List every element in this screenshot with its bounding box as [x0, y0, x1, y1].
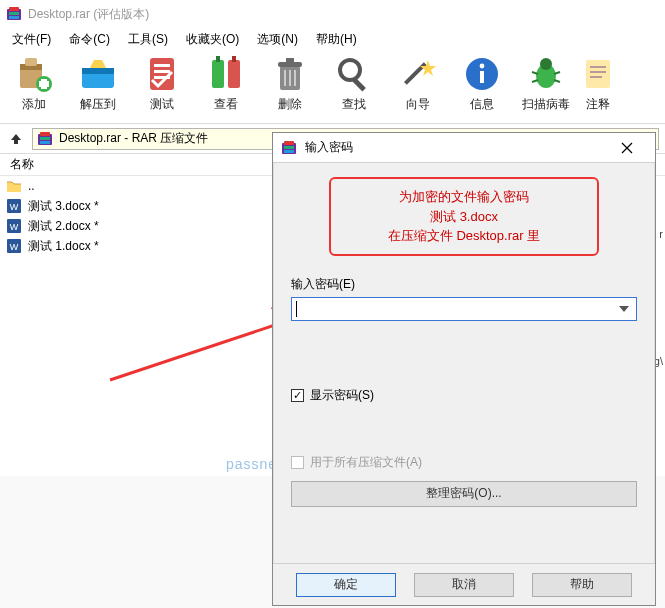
svg-rect-23 — [284, 70, 286, 86]
archive-add-icon — [14, 54, 54, 94]
bug-icon — [526, 54, 566, 94]
menu-commands[interactable]: 命令(C) — [61, 29, 118, 50]
title-bar: Desktop.rar (评估版本) — [0, 0, 665, 28]
docx-icon: W — [6, 198, 22, 214]
password-label: 输入密码(E) — [291, 276, 637, 293]
toolbar-test[interactable]: 测试 — [130, 54, 194, 113]
svg-rect-17 — [228, 60, 240, 88]
svg-rect-27 — [352, 78, 365, 91]
window-title: Desktop.rar (评估版本) — [28, 6, 149, 23]
docx-icon: W — [6, 238, 22, 254]
svg-rect-22 — [286, 58, 294, 63]
svg-rect-46 — [40, 141, 50, 144]
svg-text:W: W — [10, 202, 19, 212]
svg-line-38 — [554, 80, 560, 82]
checkbox-icon — [291, 456, 304, 469]
trash-icon — [270, 54, 310, 94]
svg-text:W: W — [10, 242, 19, 252]
svg-rect-40 — [590, 66, 606, 68]
svg-rect-18 — [216, 56, 220, 62]
svg-line-37 — [532, 80, 538, 82]
text-cursor-icon — [296, 301, 297, 317]
svg-rect-3 — [9, 16, 19, 19]
winrar-icon — [6, 6, 22, 22]
checkbox-icon — [291, 389, 304, 402]
svg-point-32 — [480, 64, 485, 69]
menu-help[interactable]: 帮助(H) — [308, 29, 365, 50]
close-button[interactable] — [607, 134, 647, 162]
svg-rect-13 — [154, 64, 170, 67]
svg-rect-16 — [212, 60, 224, 88]
docx-icon: W — [6, 218, 22, 234]
password-dialog: 输入密码 为加密的文件输入密码 测试 3.docx 在压缩文件 Desktop.… — [272, 132, 656, 606]
column-name[interactable]: 名称 — [0, 156, 44, 173]
toolbar-info[interactable]: 信息 — [450, 54, 514, 113]
show-password-checkbox[interactable]: 显示密码(S) — [291, 387, 637, 404]
ok-button[interactable]: 确定 — [296, 573, 396, 597]
address-text: Desktop.rar - RAR 压缩文件 — [59, 130, 208, 147]
svg-rect-19 — [232, 56, 236, 62]
svg-rect-25 — [294, 70, 296, 86]
help-button[interactable]: 帮助 — [532, 573, 632, 597]
extract-icon — [78, 54, 118, 94]
archive-icon — [37, 131, 53, 147]
organize-passwords-button[interactable]: 整理密码(O)... — [291, 481, 637, 507]
dialog-buttons: 确定 取消 帮助 — [273, 563, 655, 605]
hint-box: 为加密的文件输入密码 测试 3.docx 在压缩文件 Desktop.rar 里 — [329, 177, 599, 256]
cancel-button[interactable]: 取消 — [414, 573, 514, 597]
svg-rect-6 — [25, 58, 37, 66]
menu-favorites[interactable]: 收藏夹(O) — [178, 29, 247, 50]
svg-rect-57 — [284, 150, 294, 153]
svg-rect-56 — [284, 146, 294, 149]
svg-rect-44 — [40, 132, 50, 136]
note-icon — [578, 54, 618, 94]
svg-rect-45 — [40, 137, 50, 140]
svg-rect-14 — [154, 70, 170, 73]
wand-icon — [398, 54, 438, 94]
winrar-icon — [281, 140, 297, 156]
menu-options[interactable]: 选项(N) — [249, 29, 306, 50]
dialog-body: 为加密的文件输入密码 测试 3.docx 在压缩文件 Desktop.rar 里… — [273, 163, 655, 563]
toolbar: 添加 解压到 测试 查看 删除 查找 向导 信息 扫描病毒 注释 — [0, 50, 665, 124]
svg-point-26 — [340, 60, 360, 80]
toolbar-add[interactable]: 添加 — [2, 54, 66, 113]
menu-bar[interactable]: 文件(F) 命令(C) 工具(S) 收藏夹(O) 选项(N) 帮助(H) — [0, 28, 665, 50]
view-icon — [206, 54, 246, 94]
svg-rect-9 — [39, 81, 49, 87]
search-icon — [334, 54, 374, 94]
svg-rect-24 — [289, 70, 291, 86]
svg-rect-41 — [590, 71, 606, 73]
info-icon — [462, 54, 502, 94]
hint-line: 测试 3.docx — [337, 207, 591, 227]
toolbar-comment[interactable]: 注释 — [578, 54, 618, 113]
dialog-titlebar[interactable]: 输入密码 — [273, 133, 655, 163]
toolbar-delete[interactable]: 删除 — [258, 54, 322, 113]
folder-up-icon — [6, 178, 22, 194]
hint-line: 为加密的文件输入密码 — [337, 187, 591, 207]
hint-line: 在压缩文件 Desktop.rar 里 — [337, 226, 591, 246]
up-button[interactable] — [6, 129, 26, 149]
svg-text:W: W — [10, 222, 19, 232]
svg-rect-55 — [284, 141, 294, 145]
toolbar-virus[interactable]: 扫描病毒 — [514, 54, 578, 113]
toolbar-wizard[interactable]: 向导 — [386, 54, 450, 113]
test-icon — [142, 54, 182, 94]
dialog-title: 输入密码 — [305, 139, 353, 156]
bg-fragment: r — [659, 228, 663, 240]
svg-rect-1 — [9, 7, 19, 11]
toolbar-extract[interactable]: 解压到 — [66, 54, 130, 113]
svg-rect-42 — [590, 76, 602, 78]
dropdown-button[interactable] — [612, 298, 636, 320]
svg-rect-2 — [9, 12, 19, 15]
toolbar-find[interactable]: 查找 — [322, 54, 386, 113]
menu-tools[interactable]: 工具(S) — [120, 29, 176, 50]
svg-rect-31 — [480, 71, 484, 83]
menu-file[interactable]: 文件(F) — [4, 29, 59, 50]
toolbar-view[interactable]: 查看 — [194, 54, 258, 113]
password-input[interactable] — [291, 297, 637, 321]
svg-rect-11 — [82, 68, 114, 74]
svg-rect-28 — [404, 62, 427, 85]
svg-point-34 — [540, 58, 552, 70]
apply-all-checkbox[interactable]: 用于所有压缩文件(A) — [291, 454, 637, 471]
svg-rect-39 — [586, 60, 610, 88]
